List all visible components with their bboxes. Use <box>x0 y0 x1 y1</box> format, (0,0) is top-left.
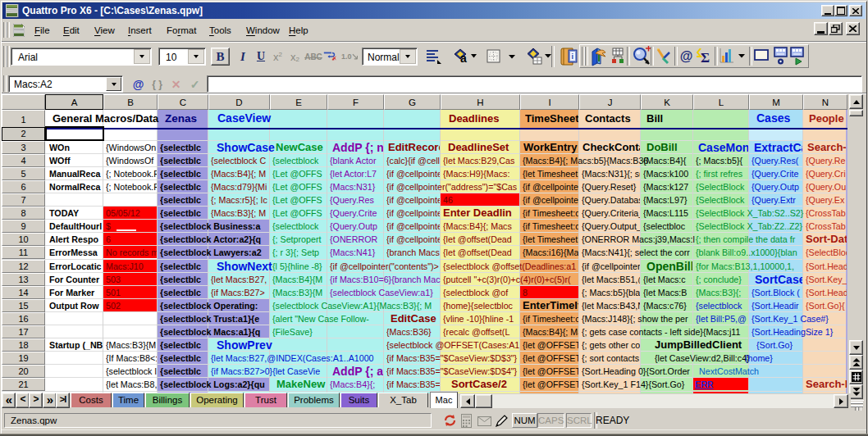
svg-text:Σ: Σ <box>701 50 710 65</box>
svg-text:*: * <box>332 57 335 64</box>
svg-text:i: i <box>572 52 574 61</box>
svg-text:a: a <box>460 52 467 65</box>
